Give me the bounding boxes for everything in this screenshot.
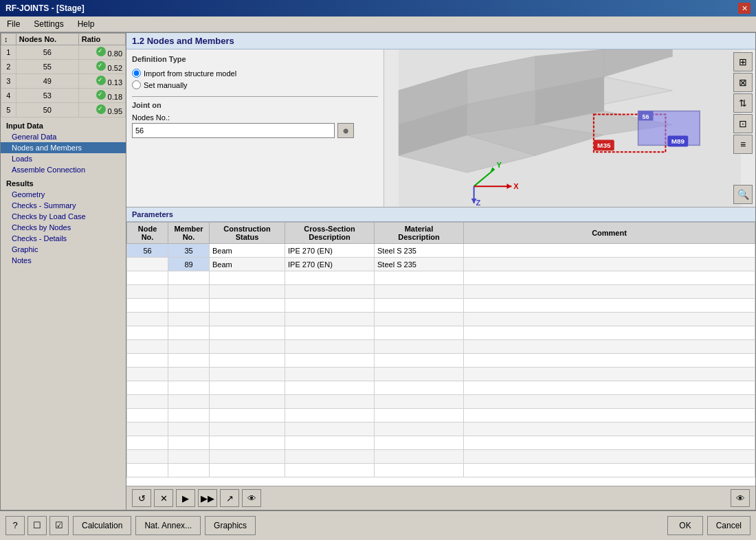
col-construction: ConstructionStatus bbox=[210, 223, 285, 244]
help-button[interactable]: ? bbox=[5, 516, 25, 535]
nav-section: Input Data General Data Nodes and Member… bbox=[1, 117, 126, 269]
radio-manual: Set manually bbox=[132, 79, 378, 91]
nodes-no-input[interactable] bbox=[132, 123, 335, 138]
reset-button[interactable]: ↺ bbox=[132, 489, 151, 507]
nav-checks-summary[interactable]: Checks - Summary bbox=[1, 200, 126, 211]
row-ratio: 0.18 bbox=[78, 89, 125, 103]
empty-cross bbox=[285, 450, 375, 464]
empty-comment bbox=[464, 340, 755, 354]
empty-construction bbox=[210, 436, 285, 450]
col-header-id: ↕ bbox=[1, 34, 16, 45]
table-row[interactable]: 3 49 0.13 bbox=[1, 74, 126, 89]
svg-text:Z: Z bbox=[476, 199, 481, 207]
row-id: 4 bbox=[1, 89, 16, 103]
empty-member bbox=[168, 409, 210, 423]
view-toggle-button[interactable]: 👁 bbox=[242, 489, 261, 507]
check-icon bbox=[96, 47, 106, 56]
graphics-button[interactable]: Graphics bbox=[205, 516, 256, 535]
eye-right-button[interactable]: 👁 bbox=[731, 489, 750, 507]
form-panel: Definition Type Import from structure mo… bbox=[126, 49, 384, 207]
empty-construction bbox=[210, 368, 285, 381]
menu-file[interactable]: File bbox=[3, 18, 24, 30]
params-row[interactable]: 89 Beam IPE 270 (EN) Steel S 235 bbox=[127, 258, 755, 271]
delete-button[interactable]: ✕ bbox=[154, 489, 173, 507]
row-node: 53 bbox=[16, 89, 78, 103]
print-button[interactable]: ☑ bbox=[49, 516, 69, 535]
params-row-empty bbox=[127, 354, 755, 368]
nav-geometry[interactable]: Geometry bbox=[1, 189, 126, 200]
view-btn-4[interactable]: ⊡ bbox=[733, 114, 753, 133]
empty-member bbox=[168, 313, 210, 326]
params-bottom-toolbar: ↺ ✕ ▶ ▶▶ ↗ 👁 👁 bbox=[126, 486, 755, 510]
right-panel: 1.2 Nodes and Members Definition Type Im… bbox=[126, 33, 755, 510]
joint-on-label: Joint on bbox=[132, 101, 378, 109]
table-row[interactable]: 1 56 0.80 bbox=[1, 45, 126, 60]
save-button[interactable]: ☐ bbox=[27, 516, 47, 535]
cancel-button[interactable]: Cancel bbox=[707, 516, 751, 535]
next-button[interactable]: ▶ bbox=[176, 489, 195, 507]
col-node-no: NodeNo. bbox=[127, 223, 168, 244]
top-section: Definition Type Import from structure mo… bbox=[126, 49, 755, 207]
empty-material bbox=[375, 423, 464, 436]
table-row[interactable]: 4 53 0.18 bbox=[1, 89, 126, 103]
row-node: 49 bbox=[16, 74, 78, 89]
input-data-title: Input Data bbox=[1, 120, 126, 131]
params-row-empty bbox=[127, 381, 755, 395]
empty-cross bbox=[285, 313, 375, 326]
empty-construction bbox=[210, 409, 285, 423]
nodes-table: ↕ Nodes No. Ratio 1 56 0.80 2 55 0.52 3 … bbox=[1, 33, 126, 117]
empty-comment bbox=[464, 299, 755, 313]
bottom-bar: ? ☐ ☑ Calculation Nat. Annex... Graphics… bbox=[0, 510, 756, 539]
construction-status-cell: Beam bbox=[210, 258, 285, 271]
empty-comment bbox=[464, 354, 755, 368]
nav-assemble-connection[interactable]: Assemble Connection bbox=[1, 164, 126, 175]
view-btn-1[interactable]: ⊞ bbox=[733, 52, 753, 71]
empty-node bbox=[127, 299, 168, 313]
radio-import-input[interactable] bbox=[132, 69, 141, 78]
radio-manual-input[interactable] bbox=[132, 80, 141, 89]
view-btn-3[interactable]: ⇅ bbox=[733, 93, 753, 113]
close-button[interactable]: ✕ bbox=[738, 3, 751, 14]
empty-material bbox=[375, 299, 464, 313]
table-row[interactable]: 5 50 0.95 bbox=[1, 103, 126, 117]
row-id: 3 bbox=[1, 74, 16, 89]
magnify-button[interactable]: 🔍 bbox=[733, 185, 753, 204]
view-btn-5[interactable]: ≡ bbox=[733, 135, 753, 154]
left-panel: ↕ Nodes No. Ratio 1 56 0.80 2 55 0.52 3 … bbox=[1, 33, 126, 510]
params-row[interactable]: 56 35 Beam IPE 270 (EN) Steel S 235 bbox=[127, 244, 755, 258]
nav-checks-nodes[interactable]: Checks by Nodes bbox=[1, 222, 126, 233]
definition-type-label: Definition Type bbox=[132, 55, 378, 63]
comment-cell bbox=[464, 258, 755, 271]
main-container: ↕ Nodes No. Ratio 1 56 0.80 2 55 0.52 3 … bbox=[0, 32, 756, 510]
next-all-button[interactable]: ▶▶ bbox=[198, 489, 217, 507]
ok-button[interactable]: OK bbox=[667, 516, 702, 535]
construction-status-cell: Beam bbox=[210, 244, 285, 258]
nav-nodes-members[interactable]: Nodes and Members bbox=[1, 142, 126, 153]
nav-checks-load-case[interactable]: Checks by Load Case bbox=[1, 211, 126, 222]
empty-construction bbox=[210, 423, 285, 436]
menu-bar: File Settings Help bbox=[0, 16, 756, 32]
3d-scene: M35 56 M89 bbox=[384, 49, 755, 207]
nav-loads[interactable]: Loads bbox=[1, 153, 126, 164]
view-btn-2[interactable]: ⊠ bbox=[733, 73, 753, 92]
row-id: 5 bbox=[1, 103, 16, 117]
nav-notes[interactable]: Notes bbox=[1, 255, 126, 266]
calculation-button[interactable]: Calculation bbox=[73, 516, 131, 535]
nav-graphic[interactable]: Graphic bbox=[1, 244, 126, 255]
empty-cross bbox=[285, 271, 375, 285]
empty-material bbox=[375, 313, 464, 326]
empty-member bbox=[168, 450, 210, 464]
nat-annex-button[interactable]: Nat. Annex... bbox=[135, 516, 201, 535]
empty-member bbox=[168, 381, 210, 395]
nodes-no-picker-button[interactable]: ⊕ bbox=[337, 123, 354, 138]
empty-node bbox=[127, 326, 168, 340]
params-row-empty bbox=[127, 436, 755, 450]
menu-help[interactable]: Help bbox=[74, 18, 99, 30]
export-button[interactable]: ↗ bbox=[220, 489, 239, 507]
nav-general-data[interactable]: General Data bbox=[1, 131, 126, 142]
menu-settings[interactable]: Settings bbox=[30, 18, 67, 30]
joint-on-section: Joint on Nodes No.: ⊕ bbox=[132, 101, 378, 138]
empty-cross bbox=[285, 464, 375, 477]
table-row[interactable]: 2 55 0.52 bbox=[1, 60, 126, 74]
nav-checks-details[interactable]: Checks - Details bbox=[1, 233, 126, 244]
